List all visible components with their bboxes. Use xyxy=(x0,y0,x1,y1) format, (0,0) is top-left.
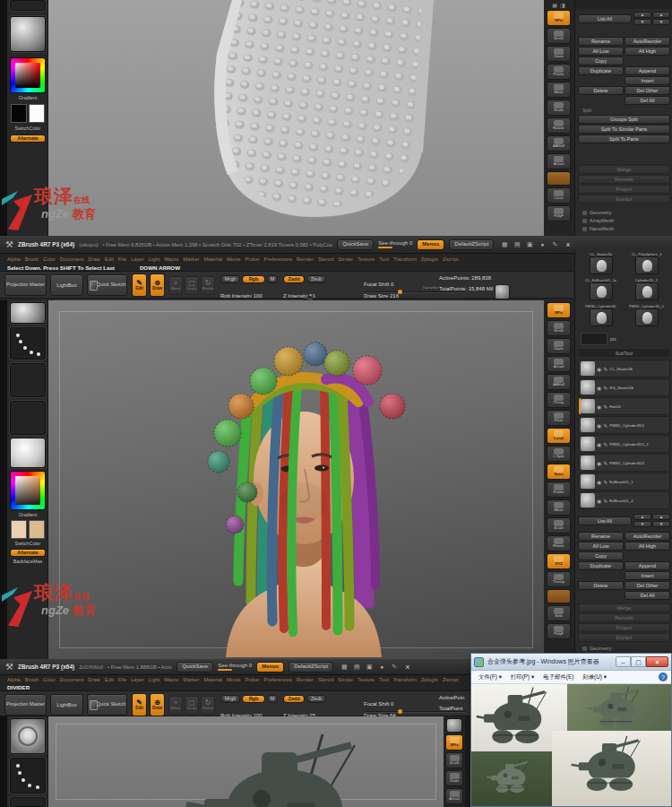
brush-thumbnail[interactable] xyxy=(10,718,46,754)
menu-item[interactable]: Document xyxy=(60,256,83,262)
recent-tool-thumbnail[interactable] xyxy=(635,256,659,274)
menu-item[interactable]: File xyxy=(118,677,126,682)
pen-icon[interactable]: ✎ xyxy=(390,664,399,671)
polypaint-icon[interactable]: ✎ xyxy=(603,422,607,429)
menu-item[interactable]: Stroke xyxy=(338,677,353,682)
shelf-button[interactable]: Scale xyxy=(547,517,571,534)
menu-item[interactable]: File xyxy=(118,256,126,262)
rotate-button[interactable]: ↻Rotate xyxy=(201,696,215,715)
user-icon[interactable]: ● xyxy=(377,664,386,671)
shelf-button[interactable]: Rotate xyxy=(547,117,571,134)
subtool-menu-button[interactable]: Insert xyxy=(625,76,670,85)
menu-item[interactable]: Texture xyxy=(358,677,375,682)
photo-viewer-menu-item[interactable]: 文件(F) ▾ xyxy=(475,673,505,681)
user-icon[interactable]: ● xyxy=(538,241,547,248)
viewport-canvas-bottom[interactable] xyxy=(48,716,444,807)
quick-sketch-button[interactable]: Quick Sketch xyxy=(87,274,127,296)
close-icon[interactable]: × xyxy=(565,240,570,249)
subtool-menu-button[interactable]: Duplicate xyxy=(578,66,624,75)
color-picker-square[interactable] xyxy=(15,476,40,505)
shelf-button[interactable]: AAHalf xyxy=(547,374,571,390)
menu-item[interactable]: Stencil xyxy=(318,677,333,682)
shelf-mini-icon[interactable]: ▦ xyxy=(552,2,557,8)
menu-item[interactable]: Alpha xyxy=(7,677,21,682)
subtool-section-header[interactable]: SubTool xyxy=(578,349,670,357)
rgb-button[interactable]: Rgb xyxy=(242,695,265,703)
subtool-menu-button[interactable]: All Low xyxy=(578,542,624,551)
subtool-menu-button[interactable]: Append xyxy=(625,66,670,75)
zadd-button[interactable]: Zadd xyxy=(283,695,305,703)
menu-item[interactable]: Material xyxy=(203,256,222,262)
see-through-slider[interactable]: See-through 0 xyxy=(378,240,412,248)
subtool-menu-button[interactable]: Del All xyxy=(625,591,670,600)
menu-item[interactable]: Zplugin xyxy=(421,256,438,262)
shelf-button[interactable]: XYZ xyxy=(547,553,571,569)
recent-tool-thumbnail[interactable] xyxy=(635,308,659,326)
polypaint-icon[interactable]: ✎ xyxy=(603,460,607,466)
shelf-button[interactable]: Move xyxy=(547,82,571,98)
subtool-bottom-icon[interactable]: ▼ xyxy=(652,19,670,25)
subtool-row[interactable]: ◉ ✎ ExBrush01_2 xyxy=(578,491,670,509)
stroke-thumbnail[interactable] xyxy=(10,758,46,794)
shelf-button[interactable]: Local xyxy=(547,428,571,444)
alternate-button[interactable]: Alternate xyxy=(10,549,46,557)
subtool-row[interactable]: ◉ ✎ SG_Sketch2b xyxy=(578,378,670,396)
menu-item[interactable]: Light xyxy=(149,256,160,262)
shelf-button[interactable]: Frame xyxy=(547,64,571,80)
lock-icon[interactable]: ▣ xyxy=(365,664,374,671)
list-all-button[interactable]: List All xyxy=(578,14,632,23)
shelf-button[interactable]: Rotate xyxy=(547,535,571,551)
menu-item[interactable]: Zplugin xyxy=(421,677,438,682)
menu-item[interactable]: Picker xyxy=(245,677,259,682)
subtool-up-icon[interactable]: ▲ xyxy=(633,514,651,520)
edit-button[interactable]: ✎Edit xyxy=(132,273,147,297)
lightbox-button[interactable]: LightBox xyxy=(50,274,83,296)
zadd-button[interactable]: Zadd xyxy=(283,275,305,283)
split-button[interactable]: Split To Similar Parts xyxy=(578,125,670,134)
shelf-button[interactable]: Local xyxy=(547,187,571,204)
subtool-row[interactable]: ◉ ✎ CL_Skater2b xyxy=(578,360,670,377)
menu-item[interactable]: Material xyxy=(203,677,222,682)
shelf-button[interactable]: Scroll xyxy=(547,28,571,44)
alpha-thumbnail[interactable] xyxy=(10,363,46,397)
quick-sketch-button[interactable]: Quick Sketch xyxy=(87,694,127,716)
recent-tool[interactable]: PM3D_Cylinder3D xyxy=(578,304,624,330)
recent-tool[interactable]: CL_ExBrush01_Ja xyxy=(578,278,624,304)
menu-item[interactable]: Zscript xyxy=(443,677,458,682)
shelf-button[interactable]: Actual xyxy=(547,153,571,169)
scale-button[interactable]: ▢Scale xyxy=(185,696,199,715)
brush-thumbnail[interactable] xyxy=(10,302,46,324)
subtool-bottom-icon[interactable]: ▼ xyxy=(652,521,670,527)
pen-icon[interactable]: ✎ xyxy=(550,241,559,248)
brush-preview-thumbnail[interactable] xyxy=(495,284,510,299)
menu-item[interactable]: Brush xyxy=(25,677,39,682)
subtool-menu-button[interactable]: Del All xyxy=(625,96,670,105)
rotate-button[interactable]: ↻Rotate xyxy=(201,276,215,295)
subtool-row[interactable]: ◉ ✎ PM3D_Cylinder3D1 xyxy=(578,416,670,434)
lock-icon[interactable]: ▣ xyxy=(525,241,534,248)
scale-button[interactable]: ▢Scale xyxy=(185,276,199,295)
menu-item[interactable]: Edit xyxy=(105,256,114,262)
menu-item[interactable]: Picker xyxy=(245,256,259,262)
viewport-canvas-middle[interactable] xyxy=(48,300,544,659)
subtool-menu-button[interactable]: All Low xyxy=(578,47,624,56)
close-icon[interactable]: × xyxy=(405,663,409,672)
secondary-color-swatch[interactable] xyxy=(29,520,45,539)
subtool-menu-button[interactable]: Del Other xyxy=(625,581,670,590)
menu-item[interactable]: Alpha xyxy=(7,256,21,262)
m-button[interactable]: M xyxy=(267,695,278,703)
shelf-button[interactable]: SPix xyxy=(445,734,463,751)
layout-icon[interactable]: ▤ xyxy=(513,241,521,248)
shelf-button[interactable]: Frame xyxy=(547,482,571,498)
subtool-row[interactable]: ◉ ✎ PM3D_Cylinder3D2 xyxy=(578,454,670,472)
shelf-button[interactable]: Persp xyxy=(547,392,571,408)
photo-viewer-window[interactable]: 合金弹头参考.jpg - Windows 照片查看器 – ▢ × 文件(F) ▾… xyxy=(470,653,672,807)
subtool-menu-button[interactable]: Append xyxy=(625,561,670,570)
menu-item[interactable]: Marker xyxy=(183,256,199,262)
menu-item[interactable]: Tool xyxy=(379,256,389,262)
viewport-canvas-top[interactable] xyxy=(48,0,544,236)
subtool-row[interactable]: ◉ ✎ Hair01 xyxy=(578,397,670,415)
mrgb-button[interactable]: Mrgb xyxy=(220,695,240,703)
visibility-eye-icon[interactable]: ◉ xyxy=(597,404,601,410)
menus-button[interactable]: Menus xyxy=(417,239,444,250)
